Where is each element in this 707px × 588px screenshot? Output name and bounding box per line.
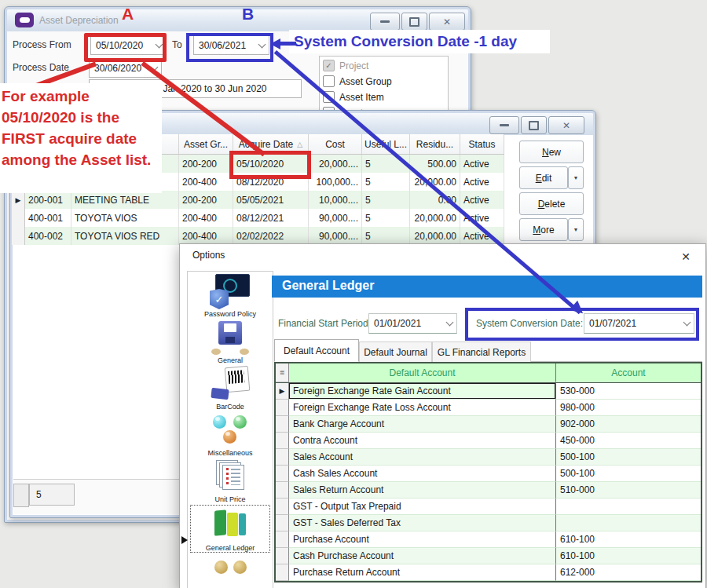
- cell-asset[interactable]: 400-001: [25, 209, 71, 227]
- cell-useful-life[interactable]: 5: [362, 227, 410, 245]
- financial-start-field[interactable]: 01/01/2021: [368, 313, 457, 334]
- sidebar-item-barcode[interactable]: BarCode: [191, 366, 269, 411]
- edit-button[interactable]: Edit: [519, 166, 568, 189]
- cell-useful-life[interactable]: 5: [362, 173, 410, 191]
- table-row[interactable]: Purchase Return Account 612-000: [276, 564, 701, 581]
- table-row[interactable]: Cash Purchase Account 610-100: [276, 548, 701, 564]
- cell-name[interactable]: Purchase Account: [289, 531, 556, 548]
- cell-useful-life[interactable]: 5: [362, 191, 410, 209]
- cell-account[interactable]: 510-000: [556, 482, 701, 499]
- close-button[interactable]: ✕: [429, 13, 465, 31]
- table-row[interactable]: Contra Account 450-000: [276, 433, 701, 449]
- sidebar-item-general-ledger[interactable]: General Ledger: [190, 505, 270, 553]
- maximize-button[interactable]: [521, 116, 547, 134]
- col-header-default-account[interactable]: Default Account: [289, 363, 556, 382]
- cell-status[interactable]: Active: [460, 173, 504, 191]
- cell-asset-group[interactable]: 200-200: [179, 191, 233, 209]
- cell-name[interactable]: GST - Output Tax Prepaid: [289, 499, 556, 515]
- cell-useful-life[interactable]: 5: [362, 209, 410, 227]
- cell-account[interactable]: 902-000: [556, 416, 701, 433]
- maximize-button[interactable]: [401, 13, 427, 31]
- cell-residual[interactable]: 20,000.00: [410, 209, 460, 227]
- minimize-button[interactable]: [489, 116, 519, 134]
- cell-acquire-date[interactable]: 08/12/2021: [233, 209, 309, 227]
- cell-name[interactable]: Foreign Exchange Rate Loss Account: [289, 400, 556, 416]
- edit-dropdown-button[interactable]: ▼: [568, 166, 584, 189]
- delete-button[interactable]: Delete: [519, 192, 584, 215]
- dialog-close-button[interactable]: ✕: [677, 248, 694, 265]
- cell-account[interactable]: 980-000: [556, 400, 701, 416]
- cell-name[interactable]: Cash Purchase Account: [289, 548, 556, 564]
- cell-asset[interactable]: 200-001: [25, 191, 71, 209]
- cell-name[interactable]: Contra Account: [289, 433, 556, 449]
- more-dropdown-button[interactable]: ▼: [568, 218, 584, 241]
- cell-cost[interactable]: 90,000....: [309, 227, 362, 245]
- tab-gl-financial-reports[interactable]: GL Financial Reports: [432, 341, 531, 362]
- cell-status[interactable]: Active: [460, 191, 504, 209]
- cell-cost[interactable]: 90,000....: [309, 209, 362, 227]
- cell-acquire-date[interactable]: 02/02/2022: [233, 227, 309, 245]
- cell-residual[interactable]: 500.00: [410, 155, 460, 173]
- cell-name[interactable]: Cash Sales Account: [289, 466, 556, 482]
- sidebar-item-miscellaneous[interactable]: Miscellaneous: [191, 412, 269, 457]
- cell-description[interactable]: TOYOTA VIOS RED: [71, 227, 179, 245]
- cell-account[interactable]: 450-000: [556, 433, 701, 449]
- cell-cost[interactable]: 100,000...: [309, 173, 362, 191]
- cell-asset-group[interactable]: 200-400: [179, 209, 233, 227]
- table-row[interactable]: 400-002 TOYOTA VIOS RED 200-400 02/02/20…: [12, 227, 504, 245]
- cell-asset[interactable]: 400-002: [25, 227, 71, 245]
- cell-asset-group[interactable]: 200-400: [179, 227, 233, 245]
- col-header-residual[interactable]: Residu...: [410, 134, 460, 154]
- cell-name[interactable]: Purchase Return Account: [289, 564, 556, 581]
- cell-residual[interactable]: 20,000.00: [410, 227, 460, 245]
- cell-account[interactable]: 500-100: [556, 449, 701, 466]
- table-row[interactable]: Foreign Exchange Rate Loss Account 980-0…: [276, 400, 701, 416]
- new-button[interactable]: New: [519, 141, 584, 163]
- cell-account[interactable]: 612-000: [556, 564, 701, 581]
- cell-description[interactable]: MEETING TABLE: [71, 191, 179, 209]
- cell-cost[interactable]: 10,000....: [309, 191, 362, 209]
- col-header-cost[interactable]: Cost: [309, 134, 362, 154]
- checkbox-project[interactable]: ✓ Project: [323, 59, 448, 72]
- cell-account[interactable]: [556, 515, 701, 531]
- tab-default-account[interactable]: Default Account: [274, 339, 359, 362]
- col-header-status[interactable]: Status: [460, 134, 504, 154]
- cell-name[interactable]: Sales Return Account: [289, 482, 556, 499]
- chevron-down-icon[interactable]: [446, 319, 454, 327]
- cell-account[interactable]: 530-000: [556, 383, 701, 400]
- table-row[interactable]: Sales Account 500-100: [276, 449, 701, 466]
- minimize-button[interactable]: [370, 13, 400, 31]
- table-row[interactable]: Purchase Account 610-100: [276, 531, 701, 548]
- table-row[interactable]: ▶ Foreign Exchange Rate Gain Account 530…: [276, 383, 701, 400]
- col-header-asset-group[interactable]: Asset Gr...: [179, 134, 233, 154]
- sidebar-item-password-policy[interactable]: ✓ Password Policy: [191, 273, 269, 318]
- more-button[interactable]: More: [519, 218, 568, 241]
- cell-status[interactable]: Active: [460, 155, 504, 173]
- sidebar-item-unit-price[interactable]: Unit Price: [191, 458, 269, 503]
- table-row[interactable]: GST - Output Tax Prepaid: [276, 499, 701, 515]
- table-row[interactable]: Cash Sales Account 500-100: [276, 466, 701, 482]
- cell-asset-group[interactable]: 200-200: [179, 155, 233, 173]
- table-row[interactable]: GST - Sales Deferred Tax: [276, 515, 701, 531]
- table-row[interactable]: ▶ 200-001 MEETING TABLE 200-200 05/05/20…: [12, 191, 504, 209]
- cell-account[interactable]: 500-100: [556, 466, 701, 482]
- cell-acquire-date[interactable]: 05/05/2021: [233, 191, 309, 209]
- col-header-account[interactable]: Account: [556, 363, 701, 382]
- cell-account[interactable]: [556, 499, 701, 515]
- cell-cost[interactable]: 20,000....: [309, 155, 362, 173]
- cell-name[interactable]: Foreign Exchange Rate Gain Account: [289, 383, 556, 400]
- cell-name[interactable]: Bank Charge Account: [289, 416, 556, 433]
- table-row[interactable]: Sales Return Account 510-000: [276, 482, 701, 499]
- cell-name[interactable]: GST - Sales Deferred Tax: [289, 515, 556, 531]
- cell-description[interactable]: TOYOTA VIOS: [71, 209, 179, 227]
- cell-account[interactable]: 610-100: [556, 548, 701, 564]
- checkbox-asset-group[interactable]: Asset Group: [323, 75, 448, 88]
- asset-depreciation-titlebar[interactable]: Asset Depreciation ✕: [7, 9, 468, 31]
- tab-default-journal[interactable]: Default Journal: [359, 341, 432, 362]
- sidebar-item-general[interactable]: General: [191, 320, 269, 364]
- cell-asset-group[interactable]: 200-400: [179, 173, 233, 191]
- cell-account[interactable]: 610-100: [556, 531, 701, 548]
- cell-name[interactable]: Sales Account: [289, 449, 556, 466]
- table-row[interactable]: 400-001 TOYOTA VIOS 200-400 08/12/2021 9…: [12, 209, 504, 227]
- checkbox-asset-item[interactable]: Asset Item: [323, 90, 448, 104]
